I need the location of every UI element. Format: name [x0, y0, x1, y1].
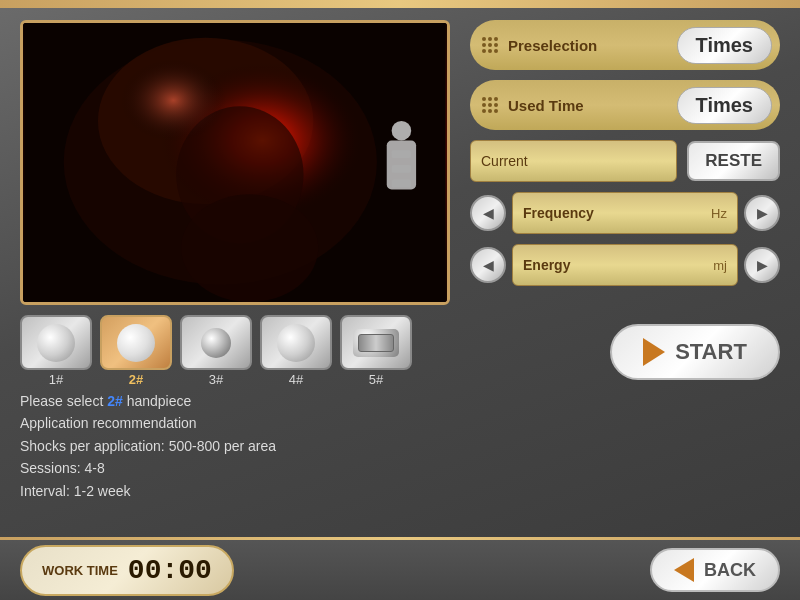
- svg-rect-9: [392, 165, 412, 173]
- shocks-text: Shocks per application: 500-800 per area: [20, 435, 276, 457]
- handpiece-5-shape: [353, 329, 399, 357]
- right-panel: Preselection Times Used Time Times Curre…: [470, 20, 780, 380]
- description-area: Please select 2# handpiece Application r…: [20, 390, 276, 502]
- energy-unit: mj: [713, 258, 727, 273]
- handpiece-1[interactable]: 1#: [20, 315, 92, 387]
- start-button[interactable]: START: [610, 324, 780, 380]
- worktime-value: 00:00: [128, 555, 212, 586]
- select-text: Please select 2# handpiece: [20, 390, 276, 412]
- preselection-label: Preselection: [508, 37, 671, 54]
- used-time-label: Used Time: [508, 97, 671, 114]
- knee-image: [23, 23, 447, 302]
- handpiece-2-label: 2#: [129, 372, 143, 387]
- frequency-increase-button[interactable]: ▶: [744, 195, 780, 231]
- preselection-row: Preselection Times: [470, 20, 780, 70]
- handpiece-3-label: 3#: [209, 372, 223, 387]
- back-button[interactable]: BACK: [650, 548, 780, 592]
- handpiece-5-label: 5#: [369, 372, 383, 387]
- start-play-icon: [643, 338, 665, 366]
- recommendation-text: Application recommendation: [20, 412, 276, 434]
- handpiece-1-label: 1#: [49, 372, 63, 387]
- preselection-value[interactable]: Times: [677, 27, 772, 64]
- handpiece-3-ball: [201, 328, 231, 358]
- frequency-unit: Hz: [711, 206, 727, 221]
- preselection-dots: [478, 33, 502, 57]
- worktime-label: WORK TIME: [42, 563, 118, 578]
- top-decorative-bar: [0, 0, 800, 8]
- handpiece-4-icon: [260, 315, 332, 370]
- main-background: 1# 2# 3# 4#: [0, 0, 800, 600]
- energy-row: ◀ Energy mj ▶: [470, 244, 780, 286]
- used-time-value[interactable]: Times: [677, 87, 772, 124]
- worktime-section: WORK TIME 00:00: [20, 545, 234, 596]
- energy-field: Energy mj: [512, 244, 738, 286]
- svg-rect-8: [392, 150, 412, 158]
- svg-point-5: [181, 194, 318, 302]
- frequency-decrease-button[interactable]: ◀: [470, 195, 506, 231]
- handpiece-3[interactable]: 3#: [180, 315, 252, 387]
- handpiece-selector: 1# 2# 3# 4#: [20, 315, 412, 387]
- current-field[interactable]: Current: [470, 140, 677, 182]
- handpiece-2-icon: [100, 315, 172, 370]
- handpiece-4[interactable]: 4#: [260, 315, 332, 387]
- handpiece-1-icon: [20, 315, 92, 370]
- svg-point-6: [103, 52, 279, 189]
- bottom-bar: WORK TIME 00:00 BACK: [0, 540, 800, 600]
- interval-text: Interval: 1-2 week: [20, 480, 276, 502]
- frequency-field: Frequency Hz: [512, 192, 738, 234]
- handpiece-4-label: 4#: [289, 372, 303, 387]
- energy-decrease-button[interactable]: ◀: [470, 247, 506, 283]
- used-time-row: Used Time Times: [470, 80, 780, 130]
- sessions-text: Sessions: 4-8: [20, 457, 276, 479]
- frequency-row: ◀ Frequency Hz ▶: [470, 192, 780, 234]
- handpiece-4-ball: [277, 324, 315, 362]
- reste-button[interactable]: RESTE: [687, 141, 780, 181]
- handpiece-1-ball: [37, 324, 75, 362]
- handpiece-5-icon: [340, 315, 412, 370]
- handpiece-5[interactable]: 5#: [340, 315, 412, 387]
- start-label: START: [675, 339, 747, 365]
- back-label: BACK: [704, 560, 756, 581]
- handpiece-2[interactable]: 2#: [100, 315, 172, 387]
- energy-increase-button[interactable]: ▶: [744, 247, 780, 283]
- current-reste-row: Current RESTE: [470, 140, 780, 182]
- svg-point-11: [392, 121, 412, 141]
- handpiece-2-ball: [117, 324, 155, 362]
- handpiece-3-icon: [180, 315, 252, 370]
- frequency-label: Frequency: [523, 205, 594, 221]
- knee-image-panel: [20, 20, 450, 305]
- energy-label: Energy: [523, 257, 570, 273]
- used-time-dots: [478, 93, 502, 117]
- svg-rect-10: [392, 180, 412, 188]
- back-arrow-icon: [674, 558, 694, 582]
- current-label: Current: [481, 153, 528, 169]
